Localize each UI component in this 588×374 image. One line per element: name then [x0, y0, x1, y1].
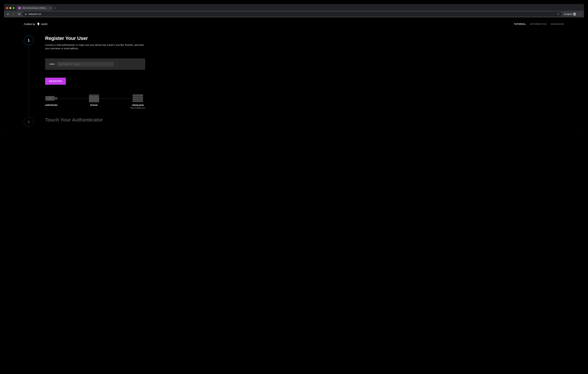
svg-point-3 — [575, 14, 576, 15]
bookmark-star-icon[interactable] — [557, 13, 559, 15]
svg-rect-14 — [89, 96, 99, 102]
incognito-label: Incognito — [564, 13, 572, 15]
server-icon — [133, 95, 143, 102]
window-close-button[interactable] — [6, 7, 8, 9]
page-content: Crafted by Auth0 TUTORIAL INFORMATION DE… — [4, 17, 584, 136]
step-2: 2 Touch Your Authenticator — [24, 117, 564, 127]
page-header: Crafted by Auth0 TUTORIAL INFORMATION DE… — [4, 22, 584, 26]
step-1: 1 Register Your User Connect a USB authe… — [24, 35, 564, 109]
svg-point-18 — [142, 97, 142, 97]
authenticator-icon — [45, 95, 58, 102]
relying-party-label: relying party — [132, 104, 144, 106]
auth0-brand-text: Auth0 — [41, 23, 47, 25]
svg-rect-1 — [25, 14, 26, 15]
svg-point-22 — [142, 101, 142, 101]
tab-bar: Web Authentication (WebAuthn... × + — [4, 4, 584, 11]
svg-point-12 — [91, 95, 91, 95]
auth0-shield-icon — [37, 22, 40, 26]
browser-icon — [89, 95, 99, 102]
register-button[interactable]: REGISTER — [45, 78, 66, 85]
diagram-connector-1 — [58, 98, 89, 99]
browser-tab[interactable]: Web Authentication (WebAuthn... × — [17, 6, 53, 10]
tab-favicon-icon — [18, 7, 21, 9]
svg-rect-15 — [133, 94, 143, 96]
nav-debugger[interactable]: DEBUGGER — [551, 23, 564, 25]
window-minimize-button[interactable] — [9, 7, 11, 9]
step-number-column: 1 — [24, 35, 34, 45]
diagram-relying-party: relying party https://myapp.com — [130, 95, 145, 109]
svg-point-2 — [574, 14, 575, 15]
crafted-by: Crafted by Auth0 — [24, 22, 47, 26]
main-nav: TUTORIAL INFORMATION DEBUGGER — [514, 23, 564, 25]
new-tab-button[interactable]: + — [53, 6, 57, 10]
step-1-content: Register Your User Connect a USB authent… — [45, 35, 145, 109]
svg-rect-4 — [45, 96, 54, 101]
diagram-authenticator: authenticator — [45, 95, 58, 106]
svg-rect-17 — [133, 96, 143, 98]
url-field[interactable]: webauthn.me — [22, 12, 562, 16]
lock-icon — [25, 13, 27, 15]
username-input[interactable] — [57, 62, 114, 66]
incognito-icon — [573, 13, 576, 16]
step-2-number-column: 2 — [24, 117, 34, 127]
diagram-connector-2 — [99, 98, 130, 99]
crafted-by-label: Crafted by — [24, 23, 35, 25]
url-text: webauthn.me — [28, 13, 556, 15]
tutorial-area: 1 Register Your User Connect a USB authe… — [4, 35, 584, 127]
forward-button[interactable] — [11, 12, 16, 16]
tab-title: Web Authentication (WebAuthn... — [22, 7, 48, 9]
step-1-number: 1 — [28, 38, 30, 43]
svg-rect-19 — [133, 98, 143, 100]
incognito-badge: Incognito — [564, 13, 576, 16]
back-button[interactable] — [6, 12, 10, 16]
svg-point-13 — [92, 95, 92, 95]
step-1-circle: 1 — [24, 35, 34, 45]
tab-close-icon[interactable]: × — [50, 7, 51, 9]
name-input-label: name: — [49, 63, 55, 65]
step-2-number: 2 — [28, 120, 30, 124]
svg-point-11 — [90, 95, 90, 95]
svg-rect-10 — [89, 94, 99, 96]
window-maximize-button[interactable] — [13, 7, 15, 9]
svg-point-16 — [142, 95, 142, 95]
step-1-title: Register Your User — [45, 35, 145, 41]
name-input-box: name: — [45, 58, 145, 70]
step-1-description: Connect a USB authenticator, or make sur… — [45, 43, 145, 50]
browser-window: Web Authentication (WebAuthn... × + weba… — [4, 4, 584, 136]
flow-diagram: authenticator — [45, 93, 145, 109]
step-2-circle: 2 — [24, 117, 34, 127]
authenticator-label: authenticator — [45, 104, 58, 106]
step-2-title: Touch Your Authenticator — [45, 117, 145, 123]
address-bar: webauthn.me Incognito ⋮ — [4, 11, 584, 17]
relying-party-url: https://myapp.com — [130, 107, 145, 109]
window-controls — [6, 7, 15, 9]
svg-rect-21 — [133, 100, 143, 102]
svg-point-20 — [142, 99, 142, 99]
nav-tutorial[interactable]: TUTORIAL — [514, 23, 526, 25]
browser-menu-button[interactable]: ⋮ — [577, 12, 582, 16]
browser-label: browser — [90, 104, 98, 106]
step-2-content: Touch Your Authenticator — [45, 117, 145, 125]
diagram-browser: browser — [89, 95, 99, 106]
nav-information[interactable]: INFORMATION — [530, 23, 547, 25]
reload-button[interactable] — [17, 12, 21, 16]
auth0-logo[interactable]: Auth0 — [37, 22, 47, 26]
